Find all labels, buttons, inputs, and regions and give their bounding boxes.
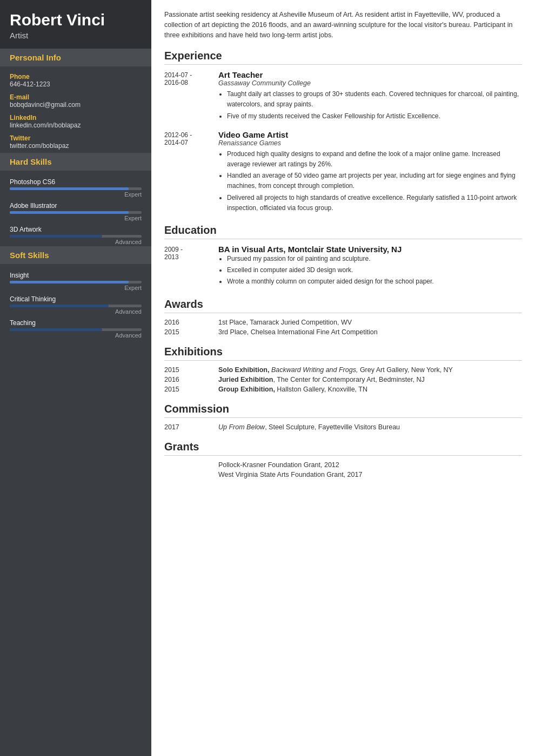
list-item: Delivered all projects to high standards… — [227, 193, 522, 213]
skill-teaching-level: Advanced — [10, 332, 142, 339]
job-vga-content: Video Game Artist Renaissance Games Prod… — [218, 130, 522, 214]
linkedin-label: LinkedIn — [10, 114, 142, 122]
skill-insight-level: Expert — [10, 285, 142, 291]
job-vga-title: Video Game Artist — [218, 130, 522, 139]
list-item: Excelled in computer aided 3D design wor… — [227, 265, 522, 275]
skill-critical-thinking-bar-bg — [10, 305, 142, 307]
awards-section: Awards 2016 1st Place, Tamarack Juried C… — [164, 298, 522, 336]
skill-3dartwork: 3D Artwork Advanced — [0, 222, 151, 246]
candidate-title: Artist — [10, 31, 142, 40]
personal-info-section: Personal Info Phone 646-412-1223 E-mail … — [0, 49, 151, 153]
job-art-teacher-content: Art Teacher Gassaway Community College T… — [218, 70, 522, 123]
phone-value: 646-412-1223 — [10, 80, 142, 88]
commission-heading: Commission — [164, 403, 522, 418]
skill-illustrator-level: Expert — [10, 215, 142, 221]
personal-info-heading: Personal Info — [0, 49, 151, 66]
list-item: Handled an average of 50 video game art … — [227, 171, 522, 191]
job-art-teacher-bullets: Taught daily art classes to groups of 30… — [218, 89, 522, 122]
twitter-label: Twitter — [10, 134, 142, 142]
skill-illustrator-name: Adobe Illustrator — [10, 202, 142, 210]
skill-insight-bar-bg — [10, 281, 142, 284]
job-art-teacher-title: Art Teacher — [218, 70, 522, 79]
skill-insight-bar-fill — [10, 281, 129, 284]
skill-photoshop-name: Photoshop CS6 — [10, 178, 142, 186]
skill-photoshop: Photoshop CS6 Expert — [0, 175, 151, 199]
skill-critical-thinking-name: Critical Thinking — [10, 295, 142, 303]
phone-label: Phone — [10, 73, 142, 80]
exhibitions-section: Exhibitions 2015 Solo Exhibition, Backwa… — [164, 346, 522, 393]
grant-item-2: West Virginia State Arts Foundation Gran… — [218, 471, 522, 478]
list-item: Wrote a monthly column on computer aided… — [227, 276, 522, 287]
commission-2017-year: 2017 — [164, 423, 218, 431]
skill-3dartwork-name: 3D Artwork — [10, 226, 142, 233]
education-entry: 2009 -2013 BA in Visual Arts, Montclair … — [164, 245, 522, 288]
grants-section: Grants Pollock-Krasner Foundation Grant,… — [164, 441, 522, 478]
education-section: Education 2009 -2013 BA in Visual Arts, … — [164, 224, 522, 288]
award-2016-year: 2016 — [164, 319, 218, 326]
job-art-teacher-company: Gassaway Community College — [218, 79, 522, 87]
job-vga-company: Renaissance Games — [218, 139, 522, 147]
phone-field: Phone 646-412-1223 — [0, 71, 151, 91]
skill-teaching-bar-bg — [10, 328, 142, 331]
list-item: Produced high quality designs to expand … — [227, 149, 522, 170]
candidate-name: Robert Vinci — [10, 11, 142, 29]
exhibition-row-group: 2015 Group Exhibition, Hallston Gallery,… — [164, 386, 522, 393]
skill-insight-name: Insight — [10, 272, 142, 279]
commission-section: Commission 2017 Up From Below, Steel Scu… — [164, 403, 522, 431]
soft-skills-heading: Soft Skills — [0, 246, 151, 264]
list-item: Taught daily art classes to groups of 30… — [227, 89, 522, 110]
experience-section: Experience 2014-07 -2016-08 Art Teacher … — [164, 50, 522, 214]
email-label: E-mail — [10, 93, 142, 101]
hard-skills-heading: Hard Skills — [0, 153, 151, 171]
twitter-value: twitter.com/boblapaz — [10, 142, 142, 150]
exhibition-solo-text: Solo Exhibition, Backward Writing and Fr… — [218, 366, 453, 374]
skill-teaching-name: Teaching — [10, 319, 142, 327]
exhibition-row-solo: 2015 Solo Exhibition, Backward Writing a… — [164, 366, 522, 374]
main-content: Passionate artist seeking residency at A… — [151, 0, 535, 756]
exhibition-group-text: Group Exhibition, Hallston Gallery, Knox… — [218, 386, 367, 393]
exhibition-juried-text: Juried Exhibition, The Center for Contem… — [218, 376, 425, 383]
award-2015-text: 3rd Place, Chelsea International Fine Ar… — [218, 328, 378, 336]
grants-heading: Grants — [164, 441, 522, 456]
skill-photoshop-bar-fill — [10, 187, 129, 190]
hard-skills-section: Hard Skills Photoshop CS6 Expert Adobe I… — [0, 153, 151, 246]
linkedin-value: linkedin.com/in/boblapaz — [10, 122, 142, 129]
linkedin-field: LinkedIn linkedin.com/in/boblapaz — [0, 112, 151, 132]
education-content: BA in Visual Arts, Montclair State Unive… — [218, 245, 522, 288]
job-art-teacher-date: 2014-07 -2016-08 — [164, 70, 218, 123]
skill-illustrator-bar-fill — [10, 211, 129, 214]
commission-2017-text: Up From Below, Steel Sculpture, Fayettev… — [218, 423, 400, 431]
email-field: E-mail bobqdavinci@gmail.com — [0, 91, 151, 112]
skill-3dartwork-level: Advanced — [10, 239, 142, 245]
skill-3dartwork-bar-fill — [10, 235, 102, 238]
skill-teaching-bar-fill — [10, 328, 102, 331]
skill-3dartwork-bar-bg — [10, 235, 142, 238]
skill-critical-thinking: Critical Thinking Advanced — [0, 292, 151, 316]
exhibition-row-juried: 2016 Juried Exhibition, The Center for C… — [164, 376, 522, 383]
twitter-field: Twitter twitter.com/boblapaz — [0, 132, 151, 153]
skill-teaching: Teaching Advanced — [0, 316, 151, 340]
summary-text: Passionate artist seeking residency at A… — [164, 10, 522, 40]
exhibitions-heading: Exhibitions — [164, 346, 522, 361]
exhibition-juried-year: 2016 — [164, 376, 218, 383]
education-date: 2009 -2013 — [164, 245, 218, 288]
commission-row-2017: 2017 Up From Below, Steel Sculpture, Fay… — [164, 423, 522, 431]
sidebar: Robert Vinci Artist Personal Info Phone … — [0, 0, 151, 756]
job-art-teacher: 2014-07 -2016-08 Art Teacher Gassaway Co… — [164, 70, 522, 123]
award-2015-year: 2015 — [164, 328, 218, 336]
education-degree: BA in Visual Arts, Montclair State Unive… — [218, 245, 522, 254]
soft-skills-section: Soft Skills Insight Expert Critical Thin… — [0, 246, 151, 340]
list-item: Five of my students received the Casker … — [227, 111, 522, 122]
award-2016-text: 1st Place, Tamarack Juried Competition, … — [218, 319, 352, 326]
skill-critical-thinking-bar-fill — [10, 305, 109, 307]
experience-heading: Experience — [164, 50, 522, 65]
skill-photoshop-level: Expert — [10, 191, 142, 198]
education-heading: Education — [164, 224, 522, 239]
skill-photoshop-bar-bg — [10, 187, 142, 190]
award-row-2015: 2015 3rd Place, Chelsea International Fi… — [164, 328, 522, 336]
skill-illustrator-bar-bg — [10, 211, 142, 214]
skill-illustrator: Adobe Illustrator Expert — [0, 199, 151, 222]
grant-item-1: Pollock-Krasner Foundation Grant, 2012 — [218, 461, 522, 469]
skill-critical-thinking-level: Advanced — [10, 308, 142, 315]
education-bullets: Pursued my passion for oil painting and … — [218, 254, 522, 287]
